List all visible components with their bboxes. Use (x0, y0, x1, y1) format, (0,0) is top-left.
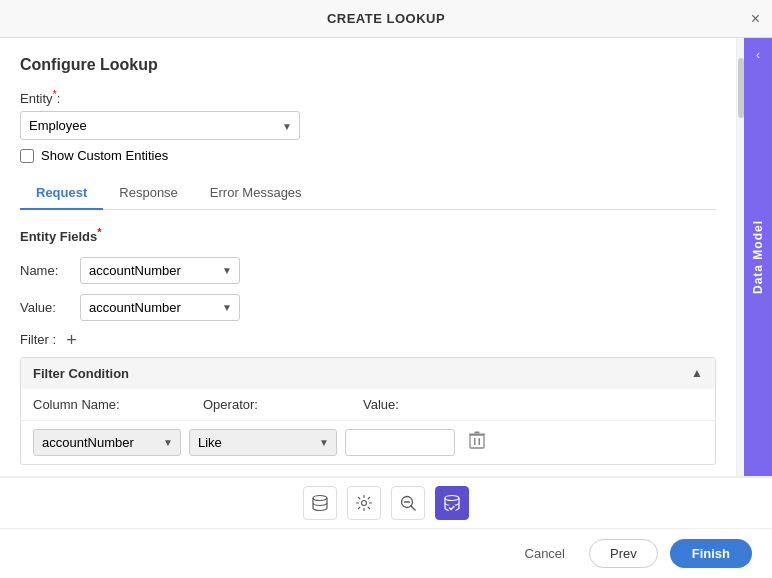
prev-button[interactable]: Prev (589, 539, 658, 568)
section-title: Configure Lookup (20, 56, 716, 74)
entity-required-star: * (53, 88, 57, 100)
filter-condition-label: Filter Condition (33, 366, 129, 381)
value-select-wrapper: accountNumber accountName accountType ph… (80, 294, 240, 321)
name-field-row: Name: accountNumber accountName accountT… (20, 257, 716, 284)
col-operator-header: Operator: (203, 397, 363, 412)
delete-filter-button[interactable] (469, 431, 485, 453)
svg-point-6 (362, 501, 367, 506)
svg-rect-3 (469, 434, 485, 436)
svg-rect-1 (474, 438, 476, 445)
entity-label: Entity*: (20, 88, 716, 106)
main-content: Configure Lookup Entity*: Employee Accou… (0, 38, 736, 476)
name-label: Name: (20, 263, 70, 278)
toolbar-active-button[interactable] (435, 486, 469, 520)
tabs-row: Request Response Error Messages (20, 177, 716, 210)
filter-label: Filter : (20, 332, 56, 347)
filter-col-headers: Column Name: Operator: Value: (21, 389, 715, 421)
trash-icon (469, 431, 485, 449)
svg-rect-0 (470, 435, 484, 448)
filter-column-select[interactable]: accountNumber accountName accountType (33, 429, 181, 456)
entity-fields-label: Entity Fields* (20, 226, 716, 244)
filter-table: Filter Condition ▲ Column Name: Operator… (20, 357, 716, 465)
col-name-header: Column Name: (33, 397, 203, 412)
filter-value-input[interactable] (345, 429, 455, 456)
entity-select-wrapper: Employee Account Contact Lead ▼ (20, 111, 300, 140)
tab-request[interactable]: Request (20, 177, 103, 210)
svg-rect-2 (479, 438, 481, 445)
dialog-body: Configure Lookup Entity*: Employee Accou… (0, 38, 772, 476)
name-select-wrapper: accountNumber accountName accountType ph… (80, 257, 240, 284)
cancel-button[interactable]: Cancel (513, 540, 577, 567)
sidebar-panel-label: Data Model (751, 220, 765, 294)
toolbar-database-button[interactable] (303, 486, 337, 520)
toolbar-settings-button[interactable] (347, 486, 381, 520)
svg-point-10 (445, 496, 459, 501)
show-custom-entities-label: Show Custom Entities (41, 148, 168, 163)
value-select[interactable]: accountNumber accountName accountType ph… (80, 294, 240, 321)
database-icon (311, 494, 329, 512)
svg-rect-4 (475, 432, 480, 434)
entity-fields-required-star: * (97, 226, 101, 238)
filter-table-header: Filter Condition ▲ (21, 358, 715, 389)
dialog-footer-toolbar (0, 477, 772, 528)
toolbar-zoom-button[interactable] (391, 486, 425, 520)
close-button[interactable]: × (751, 11, 760, 27)
tab-response[interactable]: Response (103, 177, 194, 210)
col-value-header: Value: (363, 397, 503, 412)
filter-header-row: Filter : + (20, 331, 716, 349)
create-lookup-dialog: CREATE LOOKUP × Configure Lookup Entity*… (0, 0, 772, 578)
entity-dropdown-wrap: Employee Account Contact Lead ▼ (20, 111, 716, 140)
zoom-out-icon (399, 494, 417, 512)
filter-column-select-wrapper: accountNumber accountName accountType ▼ (33, 429, 181, 456)
svg-line-9 (411, 506, 415, 510)
finish-button[interactable]: Finish (670, 539, 752, 568)
dialog-title: CREATE LOOKUP (327, 11, 445, 26)
sidebar-chevron-icon: ‹ (756, 48, 760, 62)
filter-operator-select[interactable]: Like Equals Not Equals Contains Starts W… (189, 429, 337, 456)
svg-point-5 (313, 496, 327, 501)
value-label: Value: (20, 300, 70, 315)
sidebar-panel[interactable]: ‹ Data Model (744, 38, 772, 476)
scrollbar-track[interactable] (736, 38, 744, 476)
gear-icon (355, 494, 373, 512)
tab-error-messages[interactable]: Error Messages (194, 177, 318, 210)
filter-operator-select-wrapper: Like Equals Not Equals Contains Starts W… (189, 429, 337, 456)
entity-select[interactable]: Employee Account Contact Lead (20, 111, 300, 140)
name-select[interactable]: accountNumber accountName accountType ph… (80, 257, 240, 284)
value-field-row: Value: accountNumber accountName account… (20, 294, 716, 321)
footer-area: Cancel Prev Finish (0, 476, 772, 578)
active-database-icon (443, 494, 461, 512)
dialog-footer-actions: Cancel Prev Finish (0, 528, 772, 578)
add-filter-button[interactable]: + (64, 331, 79, 349)
collapse-arrow[interactable]: ▲ (691, 366, 703, 380)
filter-row: accountNumber accountName accountType ▼ … (21, 421, 715, 464)
dialog-title-bar: CREATE LOOKUP × (0, 0, 772, 38)
show-custom-entities-row: Show Custom Entities (20, 148, 716, 163)
show-custom-entities-checkbox[interactable] (20, 149, 34, 163)
